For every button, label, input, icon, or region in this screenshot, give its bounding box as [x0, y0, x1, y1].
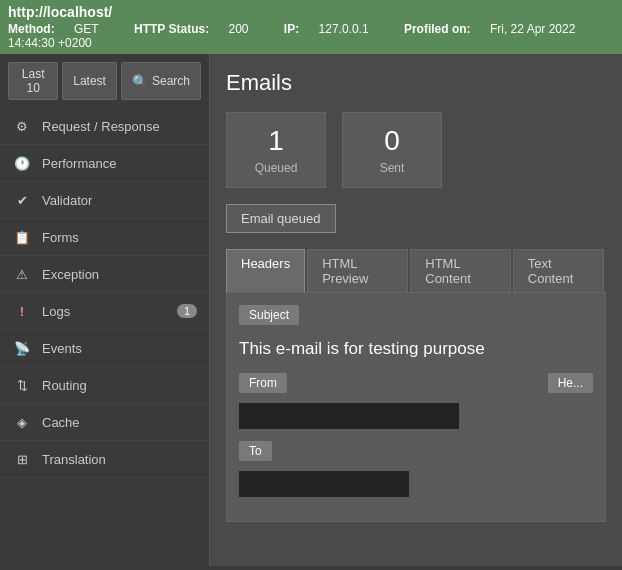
sidebar-item-validator[interactable]: ✔ Validator: [0, 182, 209, 219]
search-label: Search: [152, 74, 190, 88]
sidebar-controls: Last 10 Latest 🔍 Search: [0, 54, 209, 108]
tab-headers-label: Headers: [241, 256, 290, 271]
search-button[interactable]: 🔍 Search: [121, 62, 201, 100]
performance-icon: 🕐: [12, 153, 32, 173]
sidebar: Last 10 Latest 🔍 Search ⚙ Request / Resp…: [0, 54, 210, 566]
validator-icon: ✔: [12, 190, 32, 210]
sidebar-item-events[interactable]: 📡 Events: [0, 330, 209, 367]
sidebar-item-request-response[interactable]: ⚙ Request / Response: [0, 108, 209, 145]
ip-info: IP: 127.0.0.1: [284, 22, 388, 36]
last10-button[interactable]: Last 10: [8, 62, 58, 100]
email-subject: This e-mail is for testing purpose: [239, 339, 593, 359]
sidebar-item-label: Events: [42, 341, 197, 356]
ip-label: IP:: [284, 22, 299, 36]
subject-row: Subject This e-mail is for testing purpo…: [239, 305, 593, 359]
url-display: http://localhost/: [8, 4, 614, 20]
header-truncated-label: He...: [548, 373, 593, 393]
email-queued-button[interactable]: Email queued: [226, 204, 336, 233]
queued-card: 1 Queued: [226, 112, 326, 188]
to-label: To: [239, 441, 272, 461]
tab-text-content[interactable]: Text Content: [513, 249, 604, 292]
from-row: From He...: [239, 373, 593, 429]
status-info: HTTP Status: 200: [134, 22, 268, 36]
sidebar-item-routing[interactable]: ⇅ Routing: [0, 367, 209, 404]
tab-html-preview[interactable]: HTML Preview: [307, 249, 408, 292]
queued-number: 1: [247, 125, 305, 157]
sidebar-item-label: Cache: [42, 415, 197, 430]
sidebar-item-label: Validator: [42, 193, 197, 208]
status-value: 200: [228, 22, 248, 36]
sent-card: 0 Sent: [342, 112, 442, 188]
latest-button[interactable]: Latest: [62, 62, 117, 100]
sidebar-item-label: Request / Response: [42, 119, 197, 134]
sidebar-item-cache[interactable]: ◈ Cache: [0, 404, 209, 441]
layout: Last 10 Latest 🔍 Search ⚙ Request / Resp…: [0, 54, 622, 566]
tab-html-preview-label: HTML Preview: [322, 256, 368, 286]
status-label: HTTP Status:: [134, 22, 209, 36]
exception-icon: ⚠: [12, 264, 32, 284]
tab-html-content[interactable]: HTML Content: [410, 249, 511, 292]
sidebar-item-label: Performance: [42, 156, 197, 171]
sidebar-item-label: Forms: [42, 230, 197, 245]
sent-number: 0: [363, 125, 421, 157]
subject-label: Subject: [239, 305, 299, 325]
top-bar: http://localhost/ Method: GET HTTP Statu…: [0, 0, 622, 54]
logs-icon: !: [12, 301, 32, 321]
email-tabs: Headers HTML Preview HTML Content Text C…: [226, 249, 606, 293]
logs-badge: 1: [177, 304, 197, 318]
tab-html-content-label: HTML Content: [425, 256, 471, 286]
sidebar-item-label: Routing: [42, 378, 197, 393]
from-label: From: [239, 373, 287, 393]
tab-headers[interactable]: Headers: [226, 249, 305, 292]
sidebar-item-exception[interactable]: ⚠ Exception: [0, 256, 209, 293]
method-value: GET: [74, 22, 99, 36]
stats-row: 1 Queued 0 Sent: [226, 112, 606, 188]
method-label: Method:: [8, 22, 55, 36]
method-info: Method: GET: [8, 22, 118, 36]
queued-label: Queued: [247, 161, 305, 175]
sidebar-item-performance[interactable]: 🕐 Performance: [0, 145, 209, 182]
from-value: [239, 403, 459, 429]
to-value: [239, 471, 409, 497]
sidebar-item-translation[interactable]: ⊞ Translation: [0, 441, 209, 478]
to-row: To: [239, 441, 593, 497]
sent-label: Sent: [363, 161, 421, 175]
sidebar-item-logs[interactable]: ! Logs 1: [0, 293, 209, 330]
page-title: Emails: [226, 70, 606, 96]
translation-icon: ⊞: [12, 449, 32, 469]
sidebar-item-forms[interactable]: 📋 Forms: [0, 219, 209, 256]
routing-icon: ⇅: [12, 375, 32, 395]
events-icon: 📡: [12, 338, 32, 358]
profiled-label: Profiled on:: [404, 22, 471, 36]
search-icon: 🔍: [132, 74, 148, 89]
email-content-panel: Subject This e-mail is for testing purpo…: [226, 293, 606, 522]
cache-icon: ◈: [12, 412, 32, 432]
forms-icon: 📋: [12, 227, 32, 247]
tab-text-content-label: Text Content: [528, 256, 574, 286]
ip-value: 127.0.0.1: [319, 22, 369, 36]
request-response-icon: ⚙: [12, 116, 32, 136]
sidebar-items: ⚙ Request / Response 🕐 Performance ✔ Val…: [0, 108, 209, 566]
sidebar-item-label: Translation: [42, 452, 197, 467]
meta-info: Method: GET HTTP Status: 200 IP: 127.0.0…: [8, 22, 614, 50]
sidebar-item-label: Logs: [42, 304, 167, 319]
main-content: Emails 1 Queued 0 Sent Email queued Head…: [210, 54, 622, 566]
sidebar-item-label: Exception: [42, 267, 197, 282]
